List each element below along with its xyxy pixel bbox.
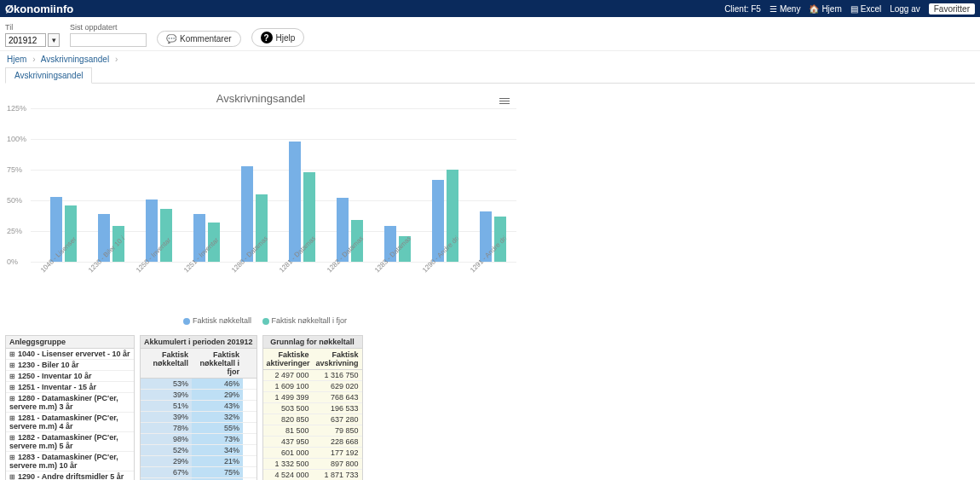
cell-faktisk: 67% <box>141 467 192 477</box>
help-icon: ? <box>261 32 273 43</box>
cell-avskrivning: 228 668 <box>313 437 362 447</box>
table-row: 53%46% <box>141 379 257 390</box>
table-row: 1 609 100629 020 <box>263 381 362 392</box>
table-row: 78%55% <box>141 423 257 434</box>
table-groups: Anleggsgruppe ⊞1040 - Lisenser ervervet … <box>5 335 135 480</box>
expand-icon[interactable]: ⊞ <box>9 473 15 480</box>
chart-menu-button[interactable] <box>498 94 511 107</box>
logoff-button[interactable]: Logg av <box>890 4 920 14</box>
table-row: 2 497 0001 316 750 <box>263 370 362 381</box>
col-faktisk: Faktisk nøkkeltall <box>141 349 192 378</box>
cell-aktiveringer: 2 497 000 <box>263 370 313 380</box>
top-bar: Økonomiinfo Client: F5 ☰Meny 🏠Hjem ▤Exce… <box>0 0 980 17</box>
period-control: Til ▾ <box>5 23 60 47</box>
brand-logo: Økonomiinfo <box>5 3 73 15</box>
legend-label-a: Faktisk nøkkeltall <box>193 316 251 325</box>
home-button[interactable]: 🏠Hjem <box>809 4 841 14</box>
cell-aktiveringer: 1 332 500 <box>263 459 313 469</box>
expand-icon[interactable]: ⊞ <box>9 414 15 422</box>
cell-faktisk: 78% <box>141 423 192 433</box>
excel-icon: ▤ <box>850 4 858 14</box>
legend-swatch-b <box>262 318 269 325</box>
updated-value <box>70 33 147 47</box>
table-row: 67%75% <box>141 467 257 478</box>
cell-faktisk-fjor: 73% <box>192 434 243 444</box>
table-row: 51%43% <box>141 401 257 412</box>
y-tick-label: 75% <box>7 165 22 174</box>
help-button[interactable]: ? Hjelp <box>251 28 305 47</box>
cell-faktisk-fjor: 55% <box>192 423 243 433</box>
favorites-button[interactable]: Favoritter <box>929 3 975 14</box>
y-tick-label: 0% <box>7 257 18 266</box>
table-row: 1 332 500897 800 <box>263 459 362 470</box>
cell-aktiveringer: 1 609 100 <box>263 381 313 391</box>
cell-faktisk: 53% <box>141 379 192 389</box>
chart-panel: Avskrivningsandel 0%25%50%75%100%125% 10… <box>5 89 516 328</box>
period-input[interactable] <box>5 33 46 47</box>
comments-button[interactable]: 💬 Kommentarer <box>157 31 241 47</box>
bar[interactable] <box>289 142 301 262</box>
topbar-right: Client: F5 ☰Meny 🏠Hjem ▤Excel Logg av Fa… <box>724 3 975 14</box>
y-tick-label: 25% <box>7 227 22 235</box>
expand-icon[interactable]: ⊞ <box>9 395 15 402</box>
home-icon: 🏠 <box>809 4 819 14</box>
updated-control: Sist oppdatert <box>70 23 147 47</box>
table-row[interactable]: ⊞1282 - Datamaskiner (PC'er, servere m.m… <box>6 432 134 452</box>
table-row: 503 500196 533 <box>263 403 362 414</box>
cell-faktisk-fjor: 34% <box>192 445 243 455</box>
cell-faktisk: 39% <box>141 390 192 400</box>
table-row[interactable]: ⊞1230 - Biler 10 år <box>6 360 134 371</box>
expand-icon[interactable]: ⊞ <box>9 384 15 391</box>
cell-avskrivning: 79 850 <box>313 425 362 436</box>
cell-faktisk: 51% <box>141 401 192 411</box>
cell-aktiveringer: 820 850 <box>263 414 313 425</box>
table-row[interactable]: ⊞1250 - Inventar 10 år <box>6 371 134 382</box>
menu-icon: ☰ <box>770 4 777 14</box>
chart-legend: Faktisk nøkkeltall Faktisk nøkkeltall i … <box>5 313 516 328</box>
updated-label: Sist oppdatert <box>70 23 147 32</box>
menu-button[interactable]: ☰Meny <box>770 4 800 14</box>
expand-icon[interactable]: ⊞ <box>9 373 15 380</box>
table-row[interactable]: ⊞1251 - Inventar - 15 år <box>6 382 134 393</box>
table-row[interactable]: ⊞1290 - Andre driftsmidler 5 år <box>6 471 134 480</box>
excel-button[interactable]: ▤Excel <box>850 4 881 14</box>
table-row: 39%32% <box>141 412 257 423</box>
col-avskrivning: Faktisk avskrivning <box>313 349 362 369</box>
table-row[interactable]: ⊞1283 - Datamaskiner (PC'er, servere m.m… <box>6 452 134 471</box>
table-row[interactable]: ⊞1040 - Lisenser ervervet - 10 år <box>6 349 134 360</box>
cell-faktisk-fjor: 46% <box>192 379 243 389</box>
table-row: 39%29% <box>141 390 257 401</box>
table-row: 98%73% <box>141 434 257 445</box>
table-row: 52%34% <box>141 445 257 456</box>
cell-avskrivning: 177 192 <box>313 448 362 458</box>
table-row: 4 524 0001 871 733 <box>263 470 362 480</box>
table-row[interactable]: ⊞1281 - Datamaskiner (PC'er, servere m.m… <box>6 413 134 432</box>
cell-aktiveringer: 601 000 <box>263 448 313 458</box>
cell-faktisk-fjor: 29% <box>192 390 243 400</box>
cell-aktiveringer: 503 500 <box>263 403 313 413</box>
controls-row: Til ▾ Sist oppdatert 💬 Kommentarer ? Hje… <box>0 17 980 51</box>
expand-icon[interactable]: ⊞ <box>9 434 15 442</box>
breadcrumb-home[interactable]: Hjem <box>7 55 26 64</box>
tab-row: Avskrivningsandel <box>5 67 975 84</box>
comment-icon: 💬 <box>166 34 176 43</box>
cell-faktisk: 29% <box>141 456 192 466</box>
chart-title: Avskrivningsandel <box>5 89 516 108</box>
legend-swatch-a <box>183 318 190 325</box>
table-row: 29%21% <box>141 456 257 467</box>
grunn-header: Grunnlag for nøkkeltall <box>263 336 362 349</box>
table-row[interactable]: ⊞1280 - Datamaskiner (PC'er, servere m.m… <box>6 393 134 413</box>
expand-icon[interactable]: ⊞ <box>9 361 15 369</box>
col-aktiveringer: Faktiske aktiveringer <box>263 349 313 369</box>
col-faktisk-fjor: Faktisk nøkkeltall i fjor <box>192 349 243 378</box>
cell-faktisk: 98% <box>141 434 192 444</box>
tab-avskrivningsandel[interactable]: Avskrivningsandel <box>5 67 92 84</box>
expand-icon[interactable]: ⊞ <box>9 350 15 358</box>
table-row: 437 950228 668 <box>263 437 362 448</box>
breadcrumb-page[interactable]: Avskrivningsandel <box>41 55 109 64</box>
cell-avskrivning: 1 316 750 <box>313 370 362 380</box>
expand-icon[interactable]: ⊞ <box>9 454 15 461</box>
cell-aktiveringer: 4 524 000 <box>263 470 313 480</box>
cell-faktisk-fjor: 21% <box>192 456 243 466</box>
period-dropdown-button[interactable]: ▾ <box>48 33 60 47</box>
